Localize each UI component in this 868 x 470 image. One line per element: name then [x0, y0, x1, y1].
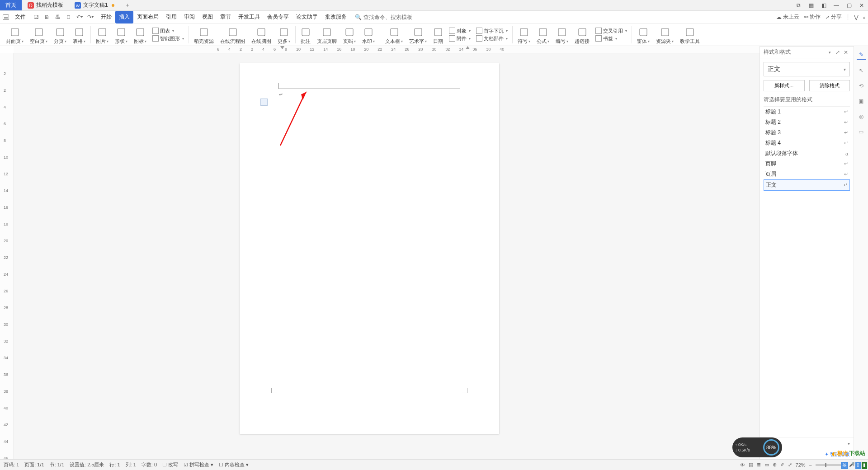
- ribbon-公式[interactable]: 公式▾: [533, 24, 552, 46]
- menu-章节[interactable]: 章节: [217, 11, 235, 24]
- print-icon[interactable]: 🖶: [54, 13, 62, 21]
- status-spell[interactable]: ☑ 拼写检查 ▾: [184, 461, 213, 468]
- highlighter-icon[interactable]: ✐: [780, 462, 784, 468]
- grid-icon[interactable]: ▦: [805, 0, 817, 11]
- zoom-fit-icon[interactable]: ⤢: [788, 462, 792, 468]
- ribbon-水印[interactable]: 水印▾: [359, 24, 378, 46]
- status-setval[interactable]: 设置值: 2.5厘米: [70, 461, 104, 468]
- style-item-页脚[interactable]: 页脚↵: [764, 159, 850, 169]
- tab-template[interactable]: D 找稻壳模板: [22, 0, 69, 10]
- hamburger-icon[interactable]: [3, 14, 9, 20]
- view-web-icon[interactable]: ⊕: [773, 462, 777, 468]
- ribbon-资源夹[interactable]: 资源夹▾: [653, 24, 677, 46]
- skin-icon[interactable]: ◧: [817, 0, 830, 11]
- styles-panel-dropdown-icon[interactable]: ▾: [829, 50, 831, 55]
- share-button[interactable]: ↗分享: [825, 13, 842, 21]
- coop-button[interactable]: ⚯协作: [804, 13, 821, 21]
- status-content[interactable]: ☐ 内容检查 ▾: [219, 461, 249, 468]
- ime-1[interactable]: ▯: [855, 462, 861, 469]
- new-style-button[interactable]: 新样式...: [764, 80, 805, 91]
- view-read-icon[interactable]: ▭: [764, 462, 769, 468]
- status-section[interactable]: 节: 1/1: [50, 461, 64, 468]
- menu-开始[interactable]: 开始: [97, 11, 115, 24]
- ribbon-small-书签[interactable]: 书签▾: [595, 35, 627, 42]
- style-item-标题 1[interactable]: 标题 1↵: [764, 107, 850, 117]
- ribbon-在线脑图[interactable]: 在线脑图: [248, 24, 274, 46]
- menu-开发工具[interactable]: 开发工具: [235, 11, 264, 24]
- ribbon-图标[interactable]: 图标▾: [131, 24, 150, 46]
- ribbon-编号[interactable]: 编号▾: [552, 24, 571, 46]
- view-outline-icon[interactable]: ≣: [757, 462, 761, 468]
- page-gutter-icon[interactable]: [260, 99, 268, 106]
- menu-视图[interactable]: 视图: [198, 11, 217, 24]
- ribbon-在线流程图[interactable]: 在线流程图: [217, 24, 248, 46]
- menu-批改服务[interactable]: 批改服务: [321, 11, 350, 24]
- status-page-code[interactable]: 页码: 1: [4, 461, 19, 468]
- ribbon-small-对象[interactable]: 对象▾: [449, 28, 471, 34]
- undo-icon[interactable]: ↶▾: [75, 13, 84, 21]
- ribbon-small-交叉引用[interactable]: 交叉引用▾: [595, 28, 627, 34]
- ribbon-分页[interactable]: 分页▾: [51, 24, 70, 46]
- ribbon-符号[interactable]: 符号▾: [514, 24, 533, 46]
- status-pages[interactable]: 页面: 1/1: [24, 461, 44, 468]
- menu-file[interactable]: 文件: [11, 11, 29, 24]
- ribbon-稻壳资源[interactable]: 稻壳资源: [191, 24, 217, 46]
- ribbon-日期[interactable]: 日期: [430, 24, 446, 46]
- document-canvas[interactable]: ↵: [14, 53, 760, 459]
- ribbon-超链接[interactable]: 超链接: [571, 24, 593, 46]
- cursor-icon[interactable]: ↖: [857, 66, 866, 75]
- ime-voice-icon[interactable]: 🎤: [849, 462, 854, 469]
- ribbon-表格[interactable]: 表格▾: [70, 24, 89, 46]
- indent-marker-right[interactable]: [466, 46, 470, 52]
- eye-icon[interactable]: 👁: [740, 462, 745, 468]
- close-button[interactable]: ✕: [855, 0, 868, 11]
- indent-marker-left[interactable]: [280, 46, 284, 52]
- maximize-button[interactable]: ▢: [843, 0, 855, 11]
- menu-引用[interactable]: 引用: [162, 11, 180, 24]
- ribbon-图片[interactable]: 图片▾: [93, 24, 112, 46]
- view-page-icon[interactable]: ▤: [749, 462, 753, 468]
- status-row[interactable]: 行: 1: [109, 461, 120, 468]
- ime-lang[interactable]: 英: [841, 462, 848, 469]
- ribbon-更多[interactable]: 更多▾: [274, 24, 293, 46]
- menu-审阅[interactable]: 审阅: [180, 11, 198, 24]
- ribbon-封面页[interactable]: 封面页▾: [3, 24, 27, 46]
- redo-icon[interactable]: ↷▾: [86, 13, 94, 21]
- ribbon-文本框[interactable]: 文本框▾: [382, 24, 406, 46]
- style-item-标题 3[interactable]: 标题 3↵: [764, 127, 850, 138]
- style-item-标题 4[interactable]: 标题 4↵: [764, 138, 850, 148]
- ime-2[interactable]: ▮: [862, 462, 867, 469]
- tab-add-button[interactable]: ＋: [120, 0, 135, 10]
- page-1[interactable]: ↵: [240, 63, 499, 434]
- settings-icon[interactable]: ⟲: [857, 81, 866, 90]
- collapse-ribbon-icon[interactable]: ▴: [863, 15, 865, 19]
- status-edit[interactable]: ☐ 改写: [162, 461, 178, 468]
- save-icon[interactable]: 🖫: [32, 13, 40, 21]
- style-item-默认段落字体[interactable]: 默认段落字体a: [764, 148, 850, 159]
- minimize-button[interactable]: —: [830, 0, 843, 11]
- cloud-status[interactable]: ☁未上云: [776, 13, 799, 21]
- style-item-正文[interactable]: 正文↵: [764, 179, 850, 191]
- network-speed-widget[interactable]: ↑ 0K/s ↓ 0.5K/s 88%: [732, 437, 782, 457]
- ribbon-窗体[interactable]: 窗体▾: [634, 24, 653, 46]
- ribbon-页码[interactable]: 页码▾: [340, 24, 359, 46]
- ribbon-教学工具[interactable]: 教学工具: [677, 24, 703, 46]
- preview-icon[interactable]: 🗋: [65, 13, 73, 21]
- command-search[interactable]: 🔍: [355, 14, 436, 20]
- ribbon-small-图表[interactable]: 图表▾: [152, 28, 184, 34]
- ribbon-small-首字下沉[interactable]: 首字下沉▾: [476, 28, 508, 34]
- menu-论文助手[interactable]: 论文助手: [292, 11, 321, 24]
- menu-插入[interactable]: 插入: [115, 11, 133, 24]
- image-tool-icon[interactable]: ▣: [857, 97, 866, 106]
- ribbon-空白页[interactable]: 空白页▾: [27, 24, 51, 46]
- zoom-out-button[interactable]: −: [809, 462, 812, 468]
- tab-doc1[interactable]: W 文字文稿1: [69, 0, 120, 10]
- book-icon[interactable]: ▭: [857, 127, 866, 136]
- menu-会员专享[interactable]: 会员专享: [264, 11, 292, 24]
- clear-format-button[interactable]: 清除格式: [809, 80, 850, 91]
- ribbon-页眉页脚[interactable]: 页眉页脚: [314, 24, 340, 46]
- toolbar-more-icon[interactable]: ⋁: [854, 14, 859, 20]
- ribbon-艺术字[interactable]: 艺术字▾: [406, 24, 430, 46]
- save-as-icon[interactable]: 🗎: [43, 13, 51, 21]
- current-style-select[interactable]: 正文 ▾: [764, 62, 850, 76]
